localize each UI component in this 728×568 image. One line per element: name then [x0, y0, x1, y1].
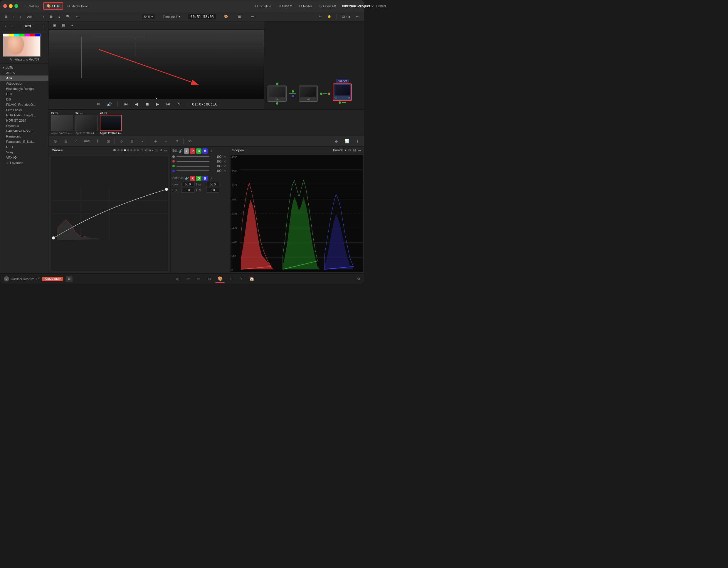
slider-r[interactable]	[176, 161, 209, 162]
edit-reset[interactable]: ↺	[209, 149, 213, 153]
timeline-button[interactable]: ⊟ Timeline	[253, 3, 273, 9]
skip-back-button[interactable]: ⏮	[122, 100, 130, 107]
slider-b[interactable]	[176, 170, 209, 171]
settings-button[interactable]: ⚙	[357, 277, 360, 281]
sidebar-toggle[interactable]: ⊞	[3, 14, 9, 19]
tab-luts[interactable]: 🎨 LUTs	[43, 2, 63, 10]
tree-item-astrodesign[interactable]: Astrodesign	[0, 81, 48, 86]
tree-item-olympus[interactable]: Olympus	[0, 123, 48, 128]
forward-button[interactable]: ›	[18, 14, 23, 19]
reset-y[interactable]: ↺	[223, 154, 227, 159]
tree-item-vfx[interactable]: VFX IO	[0, 155, 48, 160]
clip-03-thumb[interactable]	[100, 115, 122, 131]
dot-3[interactable]	[124, 149, 126, 151]
dot-5[interactable]	[130, 149, 132, 151]
playhead[interactable]	[156, 98, 157, 99]
bars-tool[interactable]: ⊞	[62, 137, 70, 145]
tree-item-sony[interactable]: Sony	[0, 149, 48, 155]
window-tool[interactable]: ◇	[117, 137, 125, 145]
circle-tool[interactable]: ○	[72, 137, 80, 145]
bottom-tab-deliver[interactable]: 🏠	[247, 275, 256, 283]
list-view-button[interactable]: ≡	[56, 14, 62, 19]
sc-r[interactable]: R	[190, 176, 195, 181]
clips-button[interactable]: ⊞ Clips ▾	[277, 3, 294, 9]
zoom-selector[interactable]: 54% ▾	[142, 14, 155, 19]
tree-item-hdr-hybrid[interactable]: HDR Hybrid Log-G...	[0, 112, 48, 118]
channel-g[interactable]: G	[196, 148, 201, 154]
magic-mask-tool[interactable]: ⬦	[162, 137, 170, 145]
timeline-label[interactable]: Timeline 1 ▾	[161, 14, 182, 19]
curves-expand[interactable]: ⊡	[155, 148, 158, 152]
tree-item-panasonic[interactable]: Panasonic	[0, 134, 48, 139]
play-button[interactable]: ▶	[154, 100, 161, 107]
bottom-tab-cut[interactable]: ✂	[184, 275, 193, 283]
histogram-tool[interactable]: 📊	[343, 137, 351, 145]
curves-canvas[interactable]	[51, 156, 168, 271]
curves-reset[interactable]: ↺	[159, 148, 162, 152]
soft-clip-reset[interactable]: ↺	[209, 176, 213, 180]
low-input[interactable]	[181, 182, 194, 187]
bottom-tab-fusion[interactable]: ⊛	[205, 275, 214, 283]
tree-item-film-looks[interactable]: Film Looks	[0, 107, 48, 112]
pointer-tool[interactable]: ↖	[317, 14, 324, 19]
transform-button[interactable]: ⊡	[236, 14, 243, 19]
clip-02-thumb[interactable]	[75, 115, 97, 131]
motion-effects-tool[interactable]: ≋	[173, 137, 181, 145]
tree-item-panasonic-s[interactable]: Panasonic_S_Nat...	[0, 139, 48, 144]
channel-b[interactable]: B	[202, 148, 208, 154]
search-button[interactable]: 🔍	[64, 14, 72, 19]
open-fx-button[interactable]: fx Open FX	[318, 4, 338, 9]
info-tool[interactable]: ℹ	[353, 137, 362, 145]
sidebar-sort[interactable]: ↕	[40, 23, 46, 29]
hand-tool[interactable]: ✋	[325, 14, 334, 19]
nav-forward[interactable]: ›	[10, 23, 16, 29]
minimize-button[interactable]	[9, 4, 13, 8]
tab-gallery[interactable]: ⊞ Gallery	[22, 3, 42, 9]
dot-7[interactable]	[137, 149, 139, 151]
channel-r[interactable]: R	[190, 148, 195, 154]
tree-item-aces[interactable]: ACES	[0, 70, 48, 75]
dot-2[interactable]	[121, 149, 123, 151]
hdr-tool[interactable]: HDR	[83, 137, 91, 145]
tree-item-favorites[interactable]: ☆ Favorites	[0, 160, 48, 165]
tree-item-hdr-st[interactable]: HDR ST 2084	[0, 118, 48, 123]
grid-view-button[interactable]: ⊞	[48, 14, 55, 19]
tree-item-filmic[interactable]: FiLMiC_Pro_deLO...	[0, 102, 48, 107]
color-wheel-tool[interactable]: ⊙	[51, 137, 59, 145]
paint-tool[interactable]: ◆	[332, 137, 340, 145]
qualifier-tool[interactable]: ⊠	[104, 137, 112, 145]
node-01[interactable]: 01	[268, 85, 287, 102]
tree-item-red[interactable]: RED	[0, 144, 48, 149]
scopes-expand[interactable]: ⊡	[353, 148, 356, 152]
tree-item-p4k[interactable]: P4K2Alexa Rec70...	[0, 128, 48, 134]
bottom-tab-audio[interactable]: ♪	[226, 275, 235, 283]
reset-r[interactable]: ↺	[223, 159, 227, 163]
maximize-button[interactable]	[14, 4, 18, 8]
scopes-more[interactable]: •••	[358, 149, 361, 152]
sc-b[interactable]: B	[202, 176, 208, 181]
mark-in-button[interactable]: ✏	[95, 100, 102, 107]
key-tool[interactable]: ⌁	[138, 137, 147, 145]
viewer-icon-1[interactable]: ▣	[51, 23, 58, 28]
back-button[interactable]: ‹	[11, 14, 16, 19]
tree-item-dci[interactable]: DCI	[0, 91, 48, 97]
node-03[interactable]: 03 ⊞	[333, 83, 352, 101]
tracker-tool[interactable]: ◈	[152, 137, 160, 145]
curves-tool[interactable]: ⌇	[93, 137, 102, 145]
high-input[interactable]	[206, 182, 219, 187]
curves-more[interactable]: •••	[164, 149, 167, 152]
blur-tool[interactable]: ⊕	[128, 137, 136, 145]
slider-y[interactable]	[176, 156, 209, 157]
lut-thumbnail[interactable]	[3, 33, 41, 57]
nodes-button[interactable]: ⬡ Nodes	[297, 3, 314, 9]
dot-4[interactable]	[127, 149, 129, 151]
bottom-tab-edit[interactable]: ✏	[194, 275, 204, 283]
tree-item-blackmagic[interactable]: Blackmagic Design	[0, 86, 48, 91]
hs-input[interactable]	[206, 188, 219, 193]
reset-b[interactable]: ↺	[223, 169, 227, 173]
scopes-type-selector[interactable]: Parade ▾	[333, 148, 346, 152]
clip-01-thumb[interactable]	[51, 115, 73, 131]
channel-y[interactable]: Y	[184, 148, 189, 154]
sc-g[interactable]: G	[196, 176, 201, 181]
audio-button[interactable]: 🔊	[106, 100, 113, 107]
